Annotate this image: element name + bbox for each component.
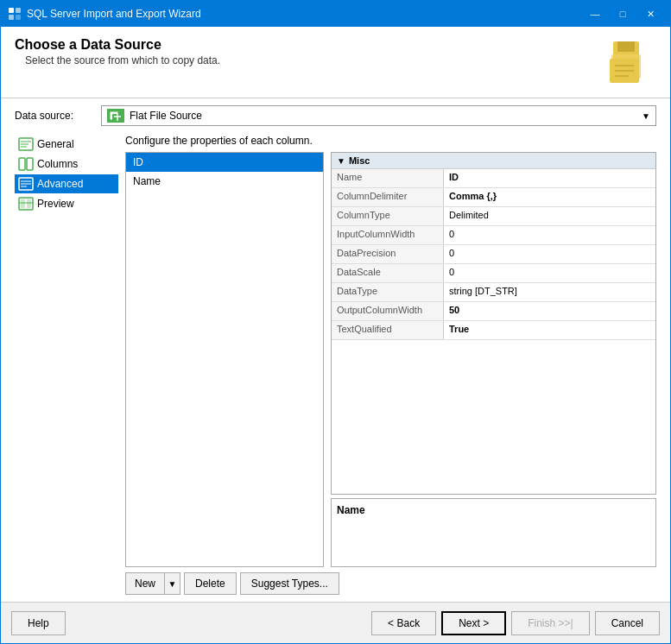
sidebar-item-advanced[interactable]: Advanced — [15, 174, 118, 193]
sidebar-advanced-label: Advanced — [37, 178, 83, 190]
property-name: OutputColumnWidth — [332, 302, 444, 320]
property-row: DataPrecision0 — [332, 245, 655, 264]
svg-rect-19 — [19, 158, 25, 170]
property-name: Name — [332, 169, 444, 187]
new-button[interactable]: New — [126, 573, 164, 594]
new-button-group: New ▼ — [125, 572, 180, 595]
main-window: SQL Server Import and Export Wizard — □ … — [0, 0, 671, 644]
preview-icon — [18, 197, 34, 211]
properties-panel: ▼ Misc NameIDColumnDelimiterComma {,}Col… — [331, 152, 656, 567]
property-name: ColumnDelimiter — [332, 188, 444, 206]
svg-rect-2 — [9, 15, 14, 20]
property-name: TextQualified — [332, 321, 444, 339]
properties-section-header: ▼ Misc — [332, 153, 655, 169]
properties-section-title: Misc — [349, 155, 370, 166]
header-text-block: Choose a Data Source Select the source f… — [15, 37, 605, 66]
property-name: DataScale — [332, 264, 444, 282]
datasource-icon — [107, 109, 124, 123]
button-bar: New ▼ Delete Suggest Types... — [125, 572, 656, 595]
window-title: SQL Server Import and Export Wizard — [27, 8, 582, 20]
svg-rect-27 — [27, 199, 31, 208]
maximize-button[interactable]: □ — [610, 5, 636, 22]
columns-icon — [18, 157, 34, 171]
minimize-button[interactable]: — — [582, 5, 608, 22]
property-value: Delimited — [444, 207, 655, 225]
footer-nav-buttons: < Back Next > Finish >>| Cancel — [371, 611, 660, 635]
property-row: ColumnDelimiterComma {,} — [332, 188, 655, 207]
property-name: InputColumnWidth — [332, 226, 444, 244]
footer: Help < Back Next > Finish >>| Cancel — [1, 602, 670, 643]
property-row: OutputColumnWidth50 — [332, 302, 655, 321]
property-desc-header: Name — [337, 504, 365, 516]
property-value: 50 — [444, 302, 655, 320]
svg-rect-20 — [27, 158, 33, 170]
app-icon — [8, 7, 22, 21]
sidebar-item-columns[interactable]: Columns — [15, 155, 118, 174]
property-name: DataPrecision — [332, 245, 444, 263]
datasource-value: Flat File Source — [130, 110, 202, 122]
sidebar-preview-label: Preview — [37, 198, 74, 210]
sidebar-item-preview[interactable]: Preview — [15, 194, 118, 213]
next-button[interactable]: Next > — [441, 611, 506, 635]
sidebar-columns-label: Columns — [37, 158, 78, 170]
close-button[interactable]: ✕ — [637, 5, 663, 22]
property-row: NameID — [332, 169, 655, 188]
back-button[interactable]: < Back — [371, 611, 436, 635]
property-name: DataType — [332, 283, 444, 301]
properties-grid: ▼ Misc NameIDColumnDelimiterComma {,}Col… — [331, 152, 656, 495]
finish-button[interactable]: Finish >>| — [511, 611, 589, 635]
cancel-button[interactable]: Cancel — [595, 611, 660, 635]
property-row: TextQualifiedTrue — [332, 321, 655, 340]
sidebar: General Columns — [15, 135, 118, 595]
sidebar-item-general[interactable]: General — [15, 135, 118, 154]
property-value: string [DT_STR] — [444, 283, 655, 301]
sidebar-general-label: General — [37, 138, 74, 150]
property-description: Name — [331, 498, 656, 567]
property-value: True — [444, 321, 655, 339]
property-row: DataScale0 — [332, 264, 655, 283]
columns-grid: ID Name ▼ Misc — [125, 152, 656, 567]
general-icon — [18, 137, 34, 151]
property-value: 0 — [444, 264, 655, 282]
svg-rect-5 — [617, 41, 635, 52]
svg-rect-3 — [16, 15, 21, 20]
header-area: Choose a Data Source Select the source f… — [1, 27, 670, 98]
window-controls: — □ ✕ — [582, 5, 663, 22]
datasource-dropdown[interactable]: Flat File Source ▼ — [101, 105, 656, 126]
column-item-name[interactable]: Name — [126, 172, 323, 191]
right-panel: Configure the properties of each column.… — [125, 135, 656, 595]
datasource-row: Data source: Flat File Source ▼ — [15, 105, 656, 126]
content-area: Data source: Flat File Source ▼ — [1, 98, 670, 602]
property-value: 0 — [444, 245, 655, 263]
property-row: InputColumnWidth0 — [332, 226, 655, 245]
property-row: ColumnTypeDelimited — [332, 207, 655, 226]
title-bar: SQL Server Import and Export Wizard — □ … — [1, 1, 670, 27]
suggest-types-button[interactable]: Suggest Types... — [240, 572, 339, 595]
column-item-id[interactable]: ID — [126, 153, 323, 172]
svg-rect-26 — [21, 199, 25, 208]
advanced-icon — [18, 177, 34, 191]
property-value: 0 — [444, 226, 655, 244]
property-value: ID — [444, 169, 655, 187]
dropdown-arrow-icon: ▼ — [642, 111, 650, 121]
header-icon — [605, 37, 656, 89]
configure-label: Configure the properties of each column. — [125, 135, 656, 147]
help-button[interactable]: Help — [11, 611, 66, 635]
main-layout: General Columns — [15, 135, 656, 595]
collapse-icon: ▼ — [337, 156, 345, 166]
property-value: Comma {,} — [444, 188, 655, 206]
page-subtitle: Select the source from which to copy dat… — [25, 54, 605, 66]
property-name: ColumnType — [332, 207, 444, 225]
delete-button[interactable]: Delete — [184, 572, 237, 595]
datasource-label: Data source: — [15, 110, 101, 122]
svg-rect-1 — [16, 8, 21, 13]
column-list: ID Name — [125, 152, 324, 567]
page-title: Choose a Data Source — [15, 37, 605, 53]
property-rows: NameIDColumnDelimiterComma {,}ColumnType… — [332, 169, 655, 340]
svg-rect-0 — [9, 8, 14, 13]
new-dropdown-arrow[interactable]: ▼ — [164, 573, 180, 594]
property-row: DataTypestring [DT_STR] — [332, 283, 655, 302]
